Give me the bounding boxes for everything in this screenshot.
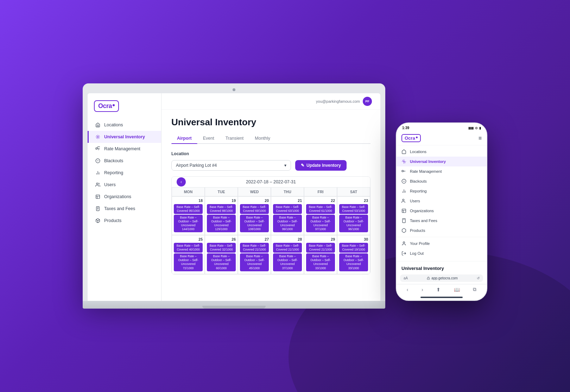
tab-monthly[interactable]: Monthly	[249, 133, 276, 143]
phone-lock-icon-and-url: app.getocra.com	[427, 276, 458, 280]
tab-event[interactable]: Event	[197, 133, 220, 143]
update-inventory-button[interactable]: ✎ Update Inventory	[295, 160, 347, 171]
sidebar-item-blackouts[interactable]: Blackouts	[88, 155, 161, 167]
phone-address-bar[interactable]: aA app.getocra.com ↺	[400, 274, 483, 282]
cal-event[interactable]: Base Rate – Outdoor – Self-Uncovered 96/…	[339, 215, 368, 232]
cal-cell-26[interactable]: 26 Base Rate – Self-Covered 32/1000 Base…	[205, 235, 238, 274]
page-title: Universal Inventory	[171, 117, 370, 128]
cal-header-thu: THU	[271, 187, 304, 196]
sidebar-item-products[interactable]: Products	[88, 215, 161, 227]
phone-nav-item-locations[interactable]: Locations	[397, 147, 487, 157]
cal-header-wed: WED	[238, 187, 271, 196]
cal-cell-25[interactable]: 25 Base Rate – Self-Covered 40/1000 Base…	[172, 235, 205, 274]
cal-event[interactable]: Base Rate – Outdoor – Self-Uncovered 108…	[240, 215, 269, 232]
user-email: you@parkingfamous.com	[316, 99, 360, 103]
phone-status-icons: ▮▮▮ ⊙ ▮	[468, 126, 481, 130]
phone-nav-item-universal-inventory[interactable]: Universal Inventory	[397, 157, 487, 166]
phone-nav-item-rate-management[interactable]: Rate Management	[397, 166, 487, 176]
cal-event[interactable]: Base Rate – Outdoor – Self-Uncovered 45/…	[240, 253, 269, 271]
cal-cell-27[interactable]: 27 Base Rate – Self-Covered 21/1000 Base…	[238, 235, 271, 274]
cal-event[interactable]: Base Rate – Self-Covered 32/1000	[207, 243, 236, 253]
phone-share-button[interactable]: ⬆	[436, 287, 441, 292]
cal-cell-30[interactable]: 30 Base Rate – Self-Covered 19/1000 Base…	[337, 235, 370, 274]
sidebar-item-locations[interactable]: Locations	[88, 119, 161, 131]
phone-nav-item-your-profile[interactable]: Your Profile	[397, 239, 487, 248]
cal-cell-20[interactable]: 20 Base Rate – Self-Covered 69/1000 Base…	[238, 196, 271, 235]
cal-event[interactable]: Base Rate – Self-Covered 21/1000	[273, 243, 302, 253]
phone-nav-item-organizations[interactable]: Organizations	[397, 206, 487, 216]
cal-cell-23[interactable]: 23 Base Rate – Self-Covered 53/1000 Base…	[337, 196, 370, 235]
laptop: Ocra Locations Unive	[83, 83, 385, 309]
location-label: Location	[171, 151, 189, 156]
cal-event[interactable]: Base Rate – Outdoor – Self-Uncovered 37/…	[273, 253, 302, 271]
phone-nav-item-products[interactable]: Products	[397, 226, 487, 235]
grid-icon	[95, 134, 101, 140]
location-select[interactable]: Airport Parking Lot #4 ▾	[171, 160, 291, 171]
cal-cell-18[interactable]: 18 Base Rate – Self-Covered 95/1000 Base…	[172, 196, 205, 235]
phone-nav-item-users[interactable]: Users	[397, 196, 487, 206]
sidebar-item-taxes-fees[interactable]: Taxes and Fees	[88, 203, 161, 215]
phone-refresh-icon[interactable]: ↺	[477, 276, 480, 280]
phone-browser-nav: ‹ › ⬆ 📖 ⧉	[397, 284, 487, 295]
svg-rect-15	[402, 170, 403, 172]
phone-back-button[interactable]: ‹	[407, 287, 408, 292]
phone-bookmarks-button[interactable]: 📖	[454, 287, 460, 292]
phone-nav-item-taxes-fees[interactable]: Taxes and Fees	[397, 216, 487, 226]
box-icon	[95, 218, 101, 223]
main-content: you@parkingfamous.com PF Universal Inven…	[162, 93, 380, 301]
cal-event[interactable]: Base Rate – Self-Covered 61/1000	[306, 204, 335, 214]
sidebar-item-label: Organizations	[104, 194, 131, 199]
cal-cell-19[interactable]: 19 Base Rate – Self-Covered 88/1000 Base…	[205, 196, 238, 235]
phone-tabs-button[interactable]: ⧉	[473, 286, 476, 292]
hamburger-icon[interactable]: ≡	[479, 135, 482, 141]
cal-event[interactable]: Base Rate – Self-Covered 21/1000	[240, 243, 269, 253]
phone-nav-item-log-out[interactable]: Log Out	[397, 248, 487, 258]
sidebar-item-label: Products	[104, 218, 121, 223]
cal-event[interactable]: Base Rate – Outdoor – Self-Uncovered 72/…	[174, 253, 203, 271]
cal-event[interactable]: Base Rate – Outdoor – Self-Uncovered 33/…	[339, 253, 368, 271]
phone-nav-label: Users	[410, 199, 420, 203]
laptop-base	[83, 301, 385, 309]
tab-airport[interactable]: Airport	[171, 133, 197, 143]
cal-event[interactable]: Base Rate – Self-Covered 88/1000	[207, 204, 236, 214]
tab-transient[interactable]: Transient	[220, 133, 249, 143]
cal-cell-22[interactable]: 22 Base Rate – Self-Covered 61/1000 Base…	[304, 196, 337, 235]
phone-nav-item-reporting[interactable]: Reporting	[397, 186, 487, 196]
sidebar-item-users[interactable]: Users	[88, 179, 161, 191]
scene: Ocra Locations Unive	[83, 83, 487, 309]
cal-event[interactable]: Base Rate – Self-Covered 40/1000	[174, 243, 203, 253]
sidebar-item-reporting[interactable]: Reporting	[88, 167, 161, 179]
cal-event[interactable]: Base Rate – Self-Covered 95/1000	[174, 204, 203, 214]
phone-section-divider	[397, 261, 487, 261]
cal-event[interactable]: Base Rate – Outdoor – Self-Uncovered 33/…	[306, 253, 335, 271]
phone-nav-label: Blackouts	[410, 179, 427, 183]
cal-cell-28[interactable]: 28 Base Rate – Self-Covered 21/1000 Base…	[271, 235, 304, 274]
cal-event[interactable]: Base Rate – Self-Covered 21/1000	[306, 243, 335, 253]
cal-event[interactable]: Base Rate – Self-Covered 63/1000	[273, 204, 302, 214]
sidebar-item-universal-inventory[interactable]: Universal Inventory	[88, 131, 161, 143]
cal-event[interactable]: Base Rate – Self-Covered 19/1000	[339, 243, 368, 253]
cal-event[interactable]: Base Rate – Self-Covered 53/1000	[339, 204, 368, 214]
sidebar-item-label: Blackouts	[104, 158, 123, 163]
phone-forward-button[interactable]: ›	[422, 287, 423, 292]
cal-cell-21[interactable]: 21 Base Rate – Self-Covered 63/1000 Base…	[271, 196, 304, 235]
calendar-prev-button[interactable]: ‹	[177, 177, 186, 186]
svg-point-14	[403, 161, 405, 162]
location-row: Airport Parking Lot #4 ▾ ✎ Update Invent…	[171, 160, 370, 171]
cal-event[interactable]: Base Rate – Outdoor – Self-Uncovered 60/…	[207, 253, 236, 271]
cal-event[interactable]: Base Rate – Self-Covered 69/1000	[240, 204, 269, 214]
phone: 1:39 ▮▮▮ ⊙ ▮ Ocra ≡ Locations	[396, 122, 487, 301]
sidebar-item-rate-management[interactable]: Rate Management	[88, 143, 161, 155]
sidebar-item-organizations[interactable]: Organizations	[88, 191, 161, 203]
user-avatar: PF	[363, 97, 372, 106]
cal-event[interactable]: Base Rate – Outdoor – Self-Uncovered 129…	[207, 215, 236, 232]
svg-point-25	[403, 242, 405, 244]
building-icon	[95, 194, 101, 200]
phone-nav-item-blackouts[interactable]: Blackouts	[397, 176, 487, 186]
cal-event[interactable]: Base Rate – Outdoor – Self-Uncovered 144…	[174, 215, 203, 232]
cal-cell-29[interactable]: 29 Base Rate – Self-Covered 21/1000 Base…	[304, 235, 337, 274]
phone-nav-label: Your Profile	[410, 241, 430, 246]
phone-status-bar: 1:39 ▮▮▮ ⊙ ▮	[397, 123, 487, 131]
cal-event[interactable]: Base Rate – Outdoor – Self-Uncovered 99/…	[273, 215, 302, 232]
cal-event[interactable]: Base Rate – Outdoor – Self-Uncovered 97/…	[306, 215, 335, 232]
